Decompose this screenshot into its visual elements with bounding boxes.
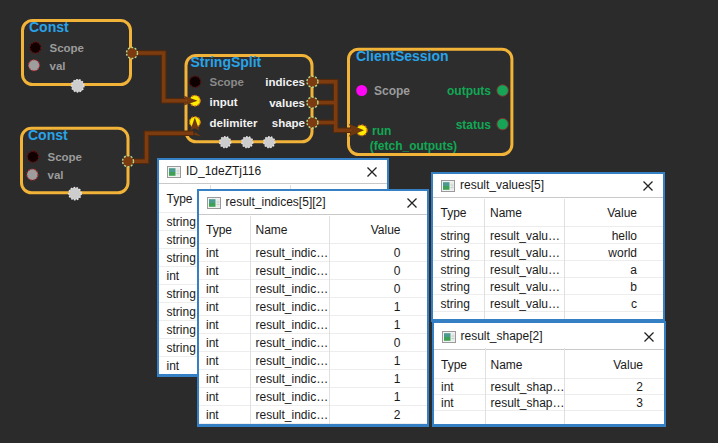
svg-text:indices: indices [265, 76, 305, 88]
svg-text:Const: Const [29, 19, 69, 35]
svg-text:Scope: Scope [48, 151, 83, 163]
svg-text:val: val [48, 169, 64, 181]
svg-text:shape: shape [272, 117, 305, 129]
svg-text:Const: Const [28, 127, 68, 143]
svg-text:values: values [269, 97, 305, 109]
svg-text:status: status [456, 118, 492, 132]
svg-text:Scope: Scope [210, 76, 245, 88]
svg-text:Scope: Scope [374, 84, 410, 98]
svg-text:delimiter: delimiter [210, 117, 258, 129]
svg-text:run: run [372, 124, 391, 138]
svg-text:outputs: outputs [447, 84, 491, 98]
svg-text:input: input [210, 96, 238, 108]
svg-text:val: val [50, 60, 66, 72]
svg-text:Scope: Scope [50, 42, 85, 54]
svg-text:ClientSession: ClientSession [356, 48, 449, 64]
svg-text:StringSplit: StringSplit [191, 54, 262, 70]
svg-text:(fetch_outputs): (fetch_outputs) [370, 139, 457, 153]
